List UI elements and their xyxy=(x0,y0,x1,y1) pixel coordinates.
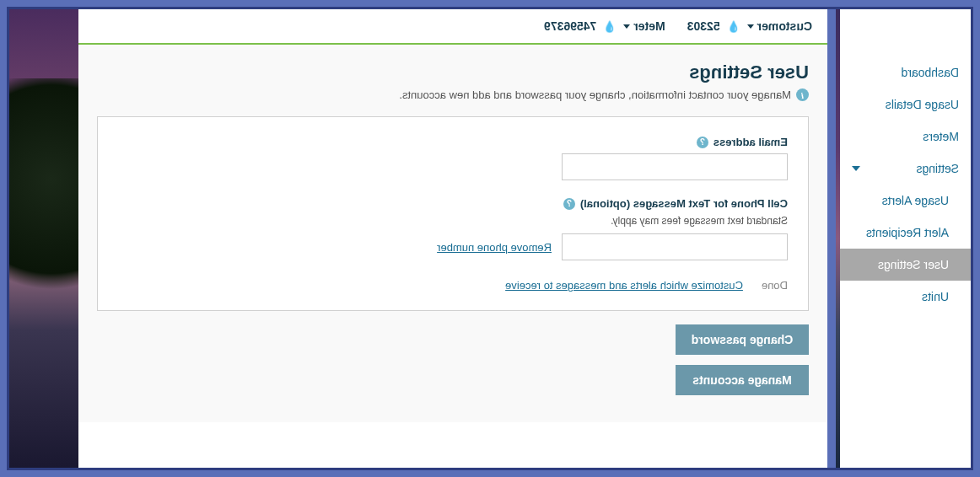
chevron-down-icon xyxy=(747,24,754,29)
done-link[interactable]: Done xyxy=(762,279,788,292)
waterdrop-icon: 💧 xyxy=(727,20,740,33)
customer-dropdown[interactable]: Customer xyxy=(747,19,812,33)
sidebar-item-label: Settings xyxy=(916,162,959,175)
sidebar-item-user-settings[interactable]: User Settings xyxy=(840,249,971,281)
waterdrop-icon: 💧 xyxy=(603,20,617,33)
info-icon: i xyxy=(796,88,809,101)
meter-dropdown[interactable]: Meter xyxy=(623,19,665,33)
settings-form: Email address ? Cell Phone for Text Mess… xyxy=(97,116,809,311)
email-label: Email address xyxy=(713,136,788,148)
phone-input[interactable] xyxy=(562,233,788,260)
customer-value: 52303 xyxy=(687,19,720,33)
sidebar-item-dashboard[interactable]: Dashboard xyxy=(840,56,971,88)
sidebar-item-usage-alerts[interactable]: Usage Alerts xyxy=(840,185,971,217)
chevron-down-icon xyxy=(623,24,630,29)
remove-phone-link[interactable]: Remove phone number xyxy=(437,241,552,254)
customize-alerts-link[interactable]: Customize which alerts and messages to r… xyxy=(505,279,743,292)
breadcrumb: Customer 💧 52303 Meter 💧 74596379 xyxy=(78,9,827,43)
phone-note: Standard text message fees may apply. xyxy=(118,215,788,227)
help-icon[interactable]: ? xyxy=(563,198,575,210)
phone-label: Cell Phone for Text Messages (optional) xyxy=(580,197,788,210)
meter-label: Meter xyxy=(633,19,665,33)
help-icon[interactable]: ? xyxy=(697,137,708,148)
sidebar-item-settings[interactable]: Settings xyxy=(840,153,971,185)
sidebar-item-units[interactable]: Units xyxy=(840,281,971,313)
email-input[interactable] xyxy=(562,153,788,180)
sidebar-item-alert-recipients[interactable]: Alert Recipients xyxy=(840,217,971,249)
change-password-button[interactable]: Change password xyxy=(676,324,809,355)
main-content: Customer 💧 52303 Meter 💧 74596379 User S… xyxy=(78,9,827,468)
sidebar-item-meters[interactable]: Meters xyxy=(840,121,971,153)
page-subtitle: i Manage your contact information, chang… xyxy=(97,88,809,101)
page-subtitle-text: Manage your contact information, change … xyxy=(399,88,791,101)
sidebar: Dashboard Usage Details Meters Settings … xyxy=(840,9,971,468)
page-title: User Settings xyxy=(97,62,809,83)
manage-accounts-button[interactable]: Manage accounts xyxy=(676,365,809,395)
chevron-down-icon xyxy=(852,166,860,171)
sidebar-item-usage-details[interactable]: Usage Details xyxy=(840,88,971,121)
customer-label: Customer xyxy=(757,19,812,33)
meter-value: 74596379 xyxy=(544,19,596,33)
